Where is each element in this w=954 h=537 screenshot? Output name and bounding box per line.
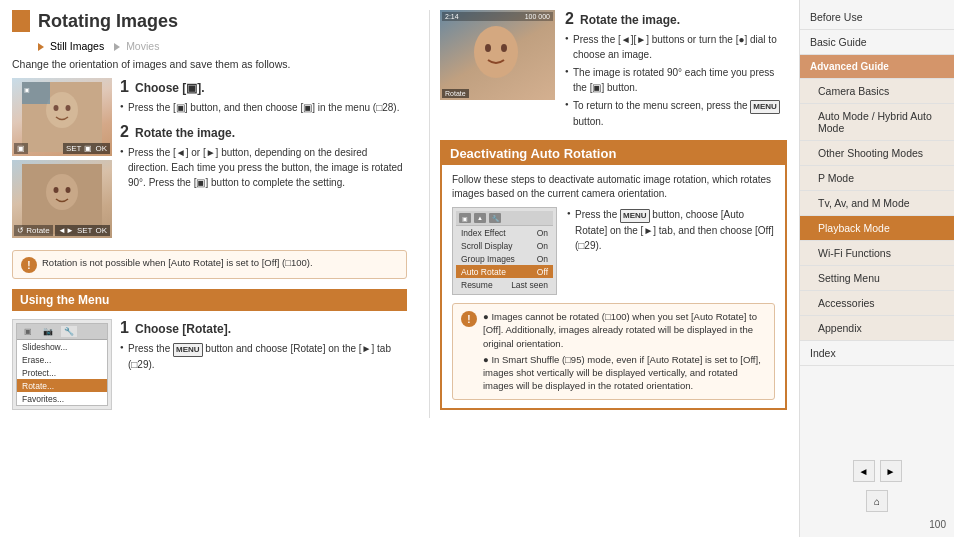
image-type-bar: Still Images Movies [38, 40, 407, 52]
deactivate-content: ▣ ▲ 🔧 Index EffectOn Scroll DisplayOn Gr… [452, 207, 775, 295]
deactivate-warning-p1: ● Images cannot be rotated (□100) when y… [483, 310, 766, 350]
deactivate-step-text: Press the MENU button, choose [Auto Rota… [567, 207, 775, 253]
menu-screenshot-inner: ▣ 📷 🔧 Slideshow... Erase... Protect... R… [16, 323, 108, 406]
menu-item-rotate: Rotate... [17, 379, 107, 392]
menu2-tab-icon2: ▲ [474, 213, 486, 223]
warning-text: Rotation is not possible when [Auto Rota… [42, 256, 313, 269]
right-step2-bullet3: To return to the menu screen, press the … [565, 98, 787, 129]
menu-item-slideshow: Slideshow... [17, 340, 107, 353]
right-step2-header: 2 Rotate the image. [565, 10, 787, 28]
sidebar-item-other-shooting[interactable]: Other Shooting Modes [800, 141, 954, 166]
menu2-top: ▣ ▲ 🔧 [456, 211, 553, 226]
triangle-icon [38, 43, 44, 51]
cam-time: 2:14 [445, 13, 459, 20]
menu-tab2: 📷 [40, 326, 56, 337]
svg-point-1 [46, 92, 78, 128]
menu-icon-inline: MENU [173, 343, 203, 357]
menu-icon-right: MENU [750, 100, 780, 114]
menu-icon-deactivate: MENU [620, 209, 650, 223]
deactivate-warning-box: ! ● Images cannot be rotated (□100) when… [452, 303, 775, 400]
right-step2-title: Rotate the image. [580, 13, 680, 27]
deactivate-title: Deactivating Auto Rotation [442, 142, 785, 165]
page-title-bar: Rotating Images [12, 10, 407, 32]
menu-tab1: ▣ [21, 326, 35, 337]
step1-text: Press the [▣] button, and then choose [▣… [120, 100, 407, 115]
svg-text:▣: ▣ [24, 87, 30, 93]
step1-img-overlay-right: SET▣OK [63, 143, 110, 154]
right-step-content: 2 Rotate the image. Press the [◄][►] but… [565, 10, 787, 132]
step2-text: Press the [◄] or [►] button, depending o… [120, 145, 407, 190]
sidebar-item-setting-menu[interactable]: Setting Menu [800, 266, 954, 291]
sidebar-item-advanced-guide[interactable]: Advanced Guide [800, 55, 954, 79]
still-images-label: Still Images [38, 40, 104, 52]
right-column: 2:14 100 000 Rotate [429, 10, 787, 418]
deactivate-warning-icon: ! [461, 311, 477, 327]
step2-number: 2 [120, 123, 129, 140]
menu-top-bar: ▣ 📷 🔧 [17, 324, 107, 340]
sidebar-item-p-mode[interactable]: P Mode [800, 166, 954, 191]
sidebar-item-before-use[interactable]: Before Use [800, 5, 954, 30]
step2-img-overlay-right: ◄►SETOK [55, 225, 110, 236]
steps-container: ▣ ▣ SET▣OK [12, 78, 407, 242]
right-step2-text: Press the [◄][►] buttons or turn the [●]… [565, 32, 787, 129]
page-number: 100 [800, 517, 954, 532]
sidebar-item-accessories[interactable]: Accessories [800, 291, 954, 316]
step1-title: Choose [▣]. [135, 81, 205, 95]
cam-overlay-bottom: Rotate [442, 89, 553, 98]
step2-img-overlay: ↺ Rotate [14, 225, 53, 236]
nav-home-container: ⌂ [800, 490, 954, 512]
svg-rect-4 [22, 82, 50, 104]
step1-img-overlay: ▣ [14, 143, 28, 154]
triangle-gray-icon [114, 43, 120, 51]
sidebar-item-tv-av-m[interactable]: Tv, Av, and M Mode [800, 191, 954, 216]
menu2-item-scroll: Scroll DisplayOn [456, 239, 553, 252]
movies-label: Movies [114, 40, 159, 52]
nav-home-button[interactable]: ⌂ [866, 490, 888, 512]
nav-prev-button[interactable]: ◄ [853, 460, 875, 482]
camera-screen-inner: 2:14 100 000 Rotate [440, 10, 555, 100]
sidebar-item-wifi[interactable]: Wi-Fi Functions [800, 241, 954, 266]
left-step-content: 1 Choose [▣]. Press the [▣] button, and … [120, 78, 407, 242]
menu-screenshot2: ▣ ▲ 🔧 Index EffectOn Scroll DisplayOn Gr… [452, 207, 557, 295]
sidebar-item-basic-guide[interactable]: Basic Guide [800, 30, 954, 55]
camera-screen: 2:14 100 000 Rotate [440, 10, 555, 100]
menu-step1-header: 1 Choose [Rotate]. [120, 319, 407, 337]
sidebar-item-auto-mode[interactable]: Auto Mode / Hybrid Auto Mode [800, 104, 954, 141]
sidebar-item-index[interactable]: Index [800, 341, 954, 366]
sidebar: Before Use Basic Guide Advanced Guide Ca… [799, 0, 954, 537]
step2-bullet1: Press the [◄] or [►] button, depending o… [120, 145, 407, 190]
step1-header: 1 Choose [▣]. [120, 78, 407, 96]
step1-image-svg: ▣ [22, 82, 102, 152]
cam-overlay-top: 2:14 100 000 [442, 12, 553, 21]
page-description: Change the orientation of images and sav… [12, 58, 407, 70]
svg-point-8 [54, 187, 59, 193]
menu2-item-resume: ResumeLast seen [456, 278, 553, 291]
svg-point-2 [54, 105, 59, 111]
deactivate-desc: Follow these steps to deactivate automat… [452, 173, 775, 201]
menu2-item-index: Index EffectOn [456, 226, 553, 239]
using-menu-title: Using the Menu [12, 289, 407, 311]
right-step2-bullet2: The image is rotated 90° each time you p… [565, 65, 787, 95]
deactivate-section: Deactivating Auto Rotation Follow these … [440, 140, 787, 410]
menu-item-erase: Erase... [17, 353, 107, 366]
deactivate-bullet1: Press the MENU button, choose [Auto Rota… [567, 207, 775, 253]
warning-box: ! Rotation is not possible when [Auto Ro… [12, 250, 407, 279]
right-step2-bullet1: Press the [◄][►] buttons or turn the [●]… [565, 32, 787, 62]
sidebar-item-camera-basics[interactable]: Camera Basics [800, 79, 954, 104]
menu2-tab-icon3: 🔧 [489, 213, 501, 223]
menu-item-favorites: Favorites... [17, 392, 107, 405]
sidebar-item-appendix[interactable]: Appendix [800, 316, 954, 341]
step-images: ▣ ▣ SET▣OK [12, 78, 112, 242]
step2-image-svg [22, 164, 102, 234]
menu-item-protect: Protect... [17, 366, 107, 379]
menu-step: ▣ 📷 🔧 Slideshow... Erase... Protect... R… [12, 319, 407, 410]
deactivate-warning-p2: ● In Smart Shuffle (□95) mode, even if [… [483, 353, 766, 393]
right-main-section: 2:14 100 000 Rotate [440, 10, 787, 132]
sidebar-item-playback[interactable]: Playback Mode [800, 216, 954, 241]
cam-shots: 100 000 [525, 13, 550, 20]
menu-step-content: 1 Choose [Rotate]. Press the MENU button… [120, 319, 407, 410]
menu2-item-group: Group ImagesOn [456, 252, 553, 265]
menu-step1-bullet1: Press the MENU button and choose [Rotate… [120, 341, 407, 372]
nav-next-button[interactable]: ► [880, 460, 902, 482]
menu-step1-title: Choose [Rotate]. [135, 322, 231, 336]
